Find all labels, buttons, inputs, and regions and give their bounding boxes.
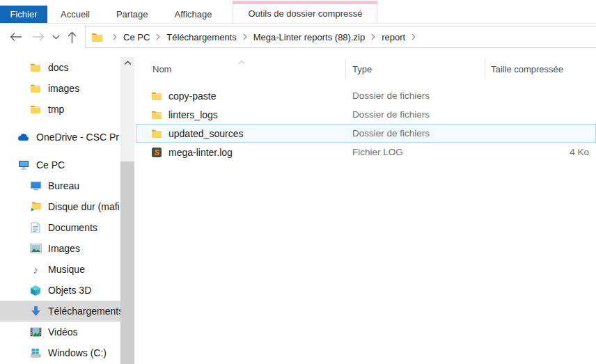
breadcrumb-chevron-icon[interactable] [238, 33, 252, 40]
cube-3d-icon [29, 285, 42, 296]
ribbon-tab-partage[interactable]: Partage [103, 6, 162, 23]
sidebar-item-windows-c[interactable]: Windows (C:) [0, 342, 120, 363]
file-name: linters_logs [168, 109, 218, 120]
sidebar-item-label: Images [48, 243, 80, 254]
file-name-cell: updated_sources [136, 128, 346, 139]
forward-arrow-icon[interactable] [32, 32, 45, 42]
sidebar-item-ce-pc[interactable]: Ce PC [0, 155, 120, 175]
file-type-cell: Fichier LOG [346, 147, 485, 157]
file-name-cell: Smega-linter.log [136, 147, 346, 158]
onedrive-cloud-icon [17, 133, 30, 141]
back-arrow-icon[interactable] [9, 32, 22, 42]
file-rows: copy-pasteDossier de fichierslinters_log… [136, 86, 596, 161]
sidebar-item-label: Ce PC [36, 159, 65, 171]
sidebar-item-label: tmp [48, 104, 64, 115]
sort-ascending-icon [237, 60, 246, 65]
sidebar-item-label: Documents [48, 222, 97, 233]
file-name-cell: linters_logs [136, 109, 346, 120]
table-row[interactable]: linters_logsDossier de fichiers [136, 105, 596, 124]
sidebar-item-label: Bureau [48, 180, 79, 191]
breadcrumb-item[interactable]: Mega-Linter reports (88).zip [252, 32, 366, 42]
svg-text:S: S [155, 148, 159, 157]
sidebar-item-vid-os[interactable]: Vidéos [0, 322, 120, 342]
sidebar-item-label: Musique [48, 264, 85, 275]
sidebar-item-docs[interactable]: docs [0, 57, 120, 78]
table-row[interactable]: Smega-linter.logFichier LOG4 Ko [136, 143, 596, 161]
column-header-type[interactable]: Type [346, 59, 485, 79]
file-list-pane: Nom Type Taille compressée copy-pasteDos… [136, 56, 596, 364]
sidebar-item-tmp[interactable]: tmp [0, 99, 120, 120]
folder-icon [29, 84, 42, 93]
picture-icon [29, 244, 42, 253]
file-size-cell: 4 Ko [485, 147, 595, 157]
file-name: copy-paste [168, 90, 216, 102]
file-menu-tab[interactable]: Fichier [0, 6, 47, 23]
sidebar-item-documents[interactable]: Documents [0, 217, 120, 238]
breadcrumb-item[interactable]: report [380, 32, 407, 42]
column-header-size-label: Taille compressée [491, 64, 563, 74]
column-header-size[interactable]: Taille compressée [485, 59, 596, 79]
sidebar-item-label: OneDrive - CSC Pr [36, 132, 119, 143]
ribbon-tab-accueil[interactable]: Accueil [47, 6, 103, 23]
column-header-name[interactable]: Nom [136, 59, 346, 79]
column-headers: Nom Type Taille compressée [136, 59, 596, 79]
scrollbar-thumb[interactable] [120, 161, 134, 364]
sidebar-item-t-l-chargements[interactable]: Téléchargements [0, 301, 120, 322]
sidebar-item-musique[interactable]: ♪Musique [0, 259, 120, 280]
folder-icon [151, 110, 162, 120]
ribbon-tab-affichage[interactable]: Affichage [161, 6, 225, 23]
sidebar-item-bureau[interactable]: Bureau [0, 175, 120, 196]
sidebar-item-label: Disque dur (mafi [48, 201, 120, 212]
sidebar-item-objets-3d[interactable]: Objets 3D [0, 280, 120, 301]
breadcrumb-item[interactable]: Ce PC [122, 32, 151, 42]
file-type-cell: Dossier de fichiers [346, 90, 485, 101]
sidebar-item-label: Windows (C:) [48, 347, 107, 358]
scrollbar-up-icon[interactable] [120, 57, 134, 69]
folder-icon [151, 129, 162, 139]
navigation-pane: docsimagestmpOneDrive - CSC PrCe PCBurea… [0, 56, 136, 364]
music-note-icon: ♪ [29, 264, 42, 275]
download-arrow-icon [29, 306, 42, 317]
shared-disk-icon [29, 201, 42, 212]
file-type-cell: Dossier de fichiers [346, 109, 485, 120]
up-arrow-icon[interactable] [67, 31, 77, 44]
contextual-tab-compressed-folder-tools[interactable]: Outils de dossier compressé [233, 3, 377, 23]
log-file-icon: S [151, 147, 162, 158]
file-name: mega-linter.log [168, 147, 233, 158]
sidebar-scrollbar[interactable] [120, 57, 134, 364]
windows-drive-icon [29, 348, 42, 358]
explorer-content: docsimagestmpOneDrive - CSC PrCe PCBurea… [0, 56, 596, 364]
navigation-tree: docsimagestmpOneDrive - CSC PrCe PCBurea… [0, 57, 120, 363]
sidebar-item-label: images [48, 83, 79, 94]
document-icon [29, 222, 42, 233]
desktop-icon [29, 181, 42, 191]
sidebar-item-label: Téléchargements [48, 306, 120, 317]
sidebar-item-onedrive-csc-pr[interactable]: OneDrive - CSC Pr [0, 127, 120, 148]
breadcrumb-chevron-icon[interactable] [151, 33, 165, 40]
navigation-bar: Ce PCTéléchargementsMega-Linter reports … [0, 25, 596, 49]
computer-icon [17, 160, 30, 171]
address-bar[interactable]: Ce PCTéléchargementsMega-Linter reports … [85, 26, 596, 48]
sidebar-item-label: Objets 3D [48, 285, 91, 296]
video-film-icon [29, 327, 42, 337]
folder-icon [29, 104, 42, 114]
sidebar-item-images[interactable]: images [0, 78, 120, 99]
breadcrumb-chevron-icon[interactable] [108, 33, 122, 40]
breadcrumb: Ce PCTéléchargementsMega-Linter reports … [108, 32, 421, 42]
breadcrumb-item[interactable]: Téléchargements [165, 32, 237, 42]
sidebar-item-label: docs [48, 62, 69, 73]
breadcrumb-chevron-icon[interactable] [407, 33, 421, 40]
table-row[interactable]: updated_sourcesDossier de fichiers [136, 124, 596, 143]
file-name: updated_sources [168, 128, 243, 139]
ribbon-tabstrip: Fichier AccueilPartageAffichage Outils d… [0, 0, 596, 24]
folder-icon [29, 63, 42, 72]
chevron-down-icon[interactable] [52, 35, 60, 40]
sidebar-item-disque-dur-mafi[interactable]: Disque dur (mafi [0, 196, 120, 217]
folder-icon [91, 32, 103, 42]
sidebar-item-label: Vidéos [48, 326, 78, 338]
table-row[interactable]: copy-pasteDossier de fichiers [136, 86, 596, 105]
file-name-cell: copy-paste [136, 90, 346, 102]
ribbon-tab-list: AccueilPartageAffichage [47, 6, 225, 23]
breadcrumb-chevron-icon[interactable] [366, 33, 380, 40]
sidebar-item-images[interactable]: Images [0, 238, 120, 259]
